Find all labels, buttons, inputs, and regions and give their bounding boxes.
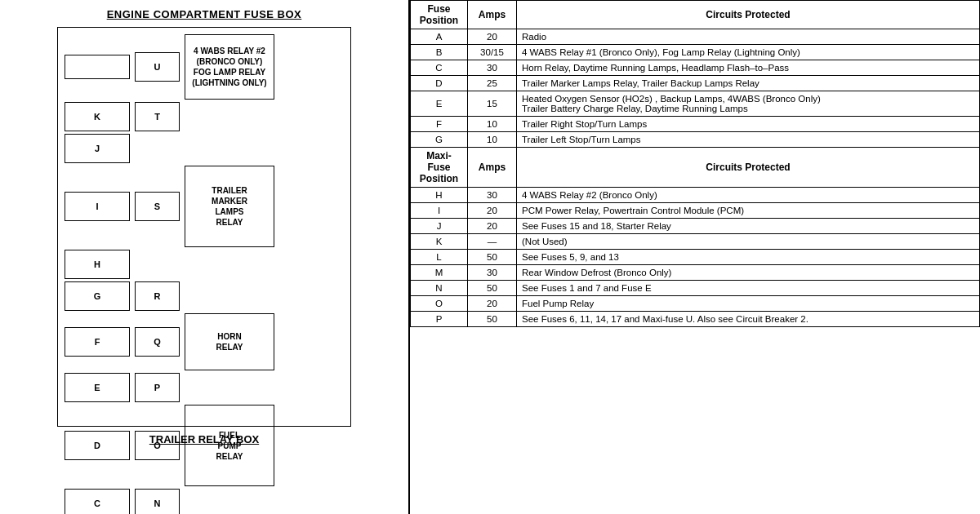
fuse-row-top: U 4 WABS RELAY #2(BRONCO ONLY)FOG LAMP R… bbox=[65, 34, 344, 100]
maxi-table-row: N50See Fuses 1 and 7 and Fuse E bbox=[411, 281, 980, 296]
table-row: E15Heated Oxygen Sensor (HO2s) , Backup … bbox=[411, 91, 980, 117]
fuse-amps-cell: 30 bbox=[468, 60, 517, 76]
left-panel: ENGINE COMPARTMENT FUSE BOX U 4 WABS REL… bbox=[0, 0, 408, 514]
fuse-position-cell: G bbox=[411, 132, 468, 148]
maxi-circuits-cell: See Fuses 6, 11, 14, 17 and Maxi-fuse U.… bbox=[517, 312, 980, 327]
maxi-position-cell: O bbox=[411, 296, 468, 312]
maxi-circuits-cell: See Fuses 5, 9, and 13 bbox=[517, 250, 980, 265]
fuse-table: FusePosition Amps Circuits Protected A20… bbox=[410, 0, 980, 327]
slot-U: U bbox=[135, 52, 180, 82]
slot-S: S bbox=[135, 192, 180, 221]
slot-R: R bbox=[135, 281, 180, 311]
maxi-circuits-cell: Rear Window Defrost (Bronco Only) bbox=[517, 265, 980, 281]
slot-G: G bbox=[65, 281, 130, 311]
maxi-circuits-cell: 4 WABS Relay #2 (Bronco Only) bbox=[517, 188, 980, 203]
relay-trailer-marker: TRAILERMARKERLAMPSRELAY bbox=[185, 166, 274, 247]
maxi-amps-cell: 50 bbox=[468, 281, 517, 296]
maxi-table-row: H304 WABS Relay #2 (Bronco Only) bbox=[411, 188, 980, 203]
slot-T: T bbox=[135, 102, 180, 131]
fuse-circuits-cell: Trailer Marker Lamps Relay, Trailer Back… bbox=[517, 76, 980, 91]
fuse-circuits-cell: Trailer Right Stop/Turn Lamps bbox=[517, 117, 980, 132]
maxi-amps-cell: 50 bbox=[468, 312, 517, 327]
fuse-circuits-cell: Radio bbox=[517, 29, 980, 45]
relay-horn: HORNRELAY bbox=[185, 313, 274, 370]
col-amps: Amps bbox=[468, 1, 517, 29]
table-row: F10Trailer Right Stop/Turn Lamps bbox=[411, 117, 980, 132]
maxi-position-cell: L bbox=[411, 250, 468, 265]
fuse-circuits-cell: Trailer Left Stop/Turn Lamps bbox=[517, 132, 980, 148]
relay-wabs2: 4 WABS RELAY #2(BRONCO ONLY)FOG LAMP REL… bbox=[185, 34, 274, 100]
fuse-circuits-cell: Heated Oxygen Sensor (HO2s) , Backup Lam… bbox=[517, 91, 980, 117]
fuse-circuits-cell: 4 WABS Relay #1 (Bronco Only), Fog Lamp … bbox=[517, 45, 980, 60]
col-position: FusePosition bbox=[411, 1, 468, 29]
maxi-table-row: O20Fuel Pump Relay bbox=[411, 296, 980, 312]
table-row: C30Horn Relay, Daytime Running Lamps, He… bbox=[411, 60, 980, 76]
maxi-position-cell: M bbox=[411, 265, 468, 281]
table-header-row: FusePosition Amps Circuits Protected bbox=[411, 1, 980, 29]
maxi-table-row: I20PCM Power Relay, Powertrain Control M… bbox=[411, 203, 980, 219]
table-row: D25Trailer Marker Lamps Relay, Trailer B… bbox=[411, 76, 980, 91]
fuse-row-G: G R bbox=[65, 281, 344, 311]
fuse-row-C: C N bbox=[65, 489, 344, 514]
maxi-table-row: M30Rear Window Defrost (Bronco Only) bbox=[411, 265, 980, 281]
maxi-table-row: K—(Not Used) bbox=[411, 234, 980, 250]
fuse-row-I: I S TRAILERMARKERLAMPSRELAY bbox=[65, 166, 344, 247]
fuse-amps-cell: 20 bbox=[468, 29, 517, 45]
maxi-circuits-cell: See Fuses 1 and 7 and Fuse E bbox=[517, 281, 980, 296]
col-circuits: Circuits Protected bbox=[517, 1, 980, 29]
slot-H: H bbox=[65, 250, 130, 279]
maxi-amps-cell: 30 bbox=[468, 188, 517, 203]
maxi-amps-cell: 30 bbox=[468, 265, 517, 281]
fuse-amps-cell: 10 bbox=[468, 132, 517, 148]
maxi-amps-cell: 20 bbox=[468, 219, 517, 234]
fuse-position-cell: A bbox=[411, 29, 468, 45]
slot-F: F bbox=[65, 327, 130, 357]
fuse-row-E: E P bbox=[65, 373, 344, 402]
maxi-position-cell: I bbox=[411, 203, 468, 219]
maxi-position-cell: P bbox=[411, 312, 468, 327]
engine-compartment-title: ENGINE COMPARTMENT FUSE BOX bbox=[107, 8, 302, 20]
slot-K: K bbox=[65, 102, 130, 131]
relay-fuel-pump: FUELPUMPRELAY bbox=[185, 405, 274, 486]
fuse-circuits-cell: Horn Relay, Daytime Running Lamps, Headl… bbox=[517, 60, 980, 76]
maxi-position-cell: N bbox=[411, 281, 468, 296]
fuse-position-cell: B bbox=[411, 45, 468, 60]
fuse-row-H: H bbox=[65, 250, 344, 279]
maxi-amps-cell: 50 bbox=[468, 250, 517, 265]
fuse-amps-cell: 10 bbox=[468, 117, 517, 132]
fuse-position-cell: D bbox=[411, 76, 468, 91]
maxi-circuits-cell: PCM Power Relay, Powertrain Control Modu… bbox=[517, 203, 980, 219]
fuse-amps-cell: 30/15 bbox=[468, 45, 517, 60]
fuse-position-cell: F bbox=[411, 117, 468, 132]
maxi-table-row: L50See Fuses 5, 9, and 13 bbox=[411, 250, 980, 265]
maxi-position-cell: H bbox=[411, 188, 468, 203]
maxi-amps-header: Amps bbox=[468, 148, 517, 188]
table-row: B30/154 WABS Relay #1 (Bronco Only), Fog… bbox=[411, 45, 980, 60]
maxi-circuits-cell: (Not Used) bbox=[517, 234, 980, 250]
slot-C: C bbox=[65, 489, 130, 514]
fuse-position-cell: E bbox=[411, 91, 468, 117]
maxi-table-row: P50See Fuses 6, 11, 14, 17 and Maxi-fuse… bbox=[411, 312, 980, 327]
fuse-row-J: J bbox=[65, 134, 344, 163]
slot-D: D bbox=[65, 431, 130, 460]
blank-top-slot bbox=[65, 55, 130, 79]
maxi-table-row: J20See Fuses 15 and 18, Starter Relay bbox=[411, 219, 980, 234]
fuse-row-D: D O FUELPUMPRELAY bbox=[65, 405, 344, 486]
maxi-fuse-header-row: Maxi-FusePositionAmpsCircuits Protected bbox=[411, 148, 980, 188]
fuse-row-K: K T bbox=[65, 102, 344, 131]
fuse-amps-cell: 25 bbox=[468, 76, 517, 91]
maxi-circuits-header: Circuits Protected bbox=[517, 148, 980, 188]
right-panel: FusePosition Amps Circuits Protected A20… bbox=[408, 0, 980, 514]
slot-E: E bbox=[65, 373, 130, 402]
maxi-amps-cell: 20 bbox=[468, 203, 517, 219]
table-row: G10Trailer Left Stop/Turn Lamps bbox=[411, 132, 980, 148]
maxi-position-cell: K bbox=[411, 234, 468, 250]
fuse-row-F: F Q HORNRELAY bbox=[65, 313, 344, 370]
slot-I: I bbox=[65, 192, 130, 221]
maxi-amps-cell: — bbox=[468, 234, 517, 250]
slot-Q: Q bbox=[135, 327, 180, 357]
slot-N: N bbox=[135, 489, 180, 514]
maxi-position-cell: J bbox=[411, 219, 468, 234]
maxi-circuits-cell: Fuel Pump Relay bbox=[517, 296, 980, 312]
maxi-amps-cell: 20 bbox=[468, 296, 517, 312]
